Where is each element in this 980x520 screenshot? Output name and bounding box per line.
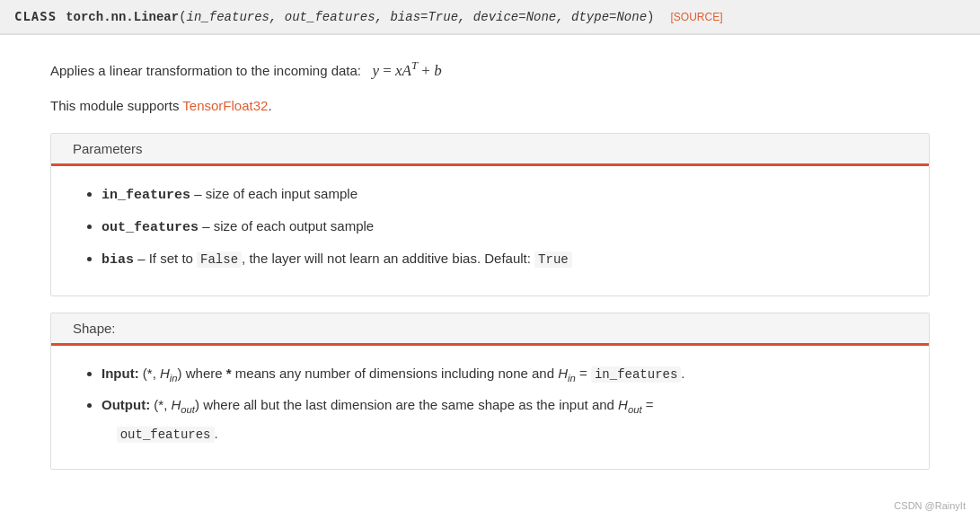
list-item: Input: (*, Hin) where * means any number… xyxy=(102,360,900,389)
params: in_features, out_features, bias=True, de… xyxy=(187,10,647,24)
param-name-in-features: in_features xyxy=(102,188,190,203)
parameters-section: Parameters in_features – size of each in… xyxy=(50,133,930,296)
watermark: CSDN @RainyIt xyxy=(894,500,966,511)
desc-text-1: Applies a linear transformation to the i… xyxy=(50,63,365,78)
list-item: bias – If set to False, the layer will n… xyxy=(102,245,900,274)
shape-list: Input: (*, Hin) where * means any number… xyxy=(80,360,900,447)
param-desc-in-features: – size of each input sample xyxy=(194,186,358,201)
tensorlink[interactable]: TensorFloat32 xyxy=(182,98,268,113)
class-badge: CLASS xyxy=(14,9,57,23)
code-true: True xyxy=(534,251,572,268)
param-name-out-features: out_features xyxy=(102,220,199,235)
code-false: False xyxy=(197,251,242,268)
shape-body: Input: (*, Hin) where * means any number… xyxy=(51,346,929,469)
shape-header: Shape: xyxy=(51,313,929,346)
list-item: Output: (*, Hout) where all but the last… xyxy=(102,392,900,447)
code-out-features: out_features xyxy=(117,427,215,443)
param-name-bias: bias xyxy=(102,252,134,268)
signature: torch.nn.Linear(in_features, out_feature… xyxy=(66,10,654,24)
input-shape-label: Input: (*, Hin) where * means any number… xyxy=(102,366,685,381)
param-desc-out-features: – size of each output sample xyxy=(202,218,374,234)
list-item: in_features – size of each input sample xyxy=(102,181,900,209)
header-section: CLASS torch.nn.Linear(in_features, out_f… xyxy=(0,0,980,35)
shape-section: Shape: Input: (*, Hin) where * means any… xyxy=(50,313,930,470)
param-desc-bias: – If set to False, the layer will not le… xyxy=(137,251,572,266)
formula: y = xAT + b xyxy=(372,62,441,79)
list-item: out_features – size of each output sampl… xyxy=(102,213,900,242)
parameters-header: Parameters xyxy=(51,134,929,166)
description-line2: This module supports TensorFloat32. xyxy=(50,95,930,117)
description-line1: Applies a linear transformation to the i… xyxy=(50,57,930,83)
source-link[interactable]: [SOURCE] xyxy=(670,11,722,23)
parameters-body: in_features – size of each input sample … xyxy=(51,166,929,295)
main-content: Applies a linear transformation to the i… xyxy=(0,35,980,507)
param-list: in_features – size of each input sample … xyxy=(80,181,900,274)
code-in-features: in_features xyxy=(591,366,681,383)
desc-text-2: This module supports xyxy=(50,98,182,113)
module-name: torch.nn.Linear xyxy=(66,10,179,24)
desc-text-suffix: . xyxy=(268,98,271,113)
output-shape-label: Output: (*, Hout) where all but the last… xyxy=(102,397,654,441)
